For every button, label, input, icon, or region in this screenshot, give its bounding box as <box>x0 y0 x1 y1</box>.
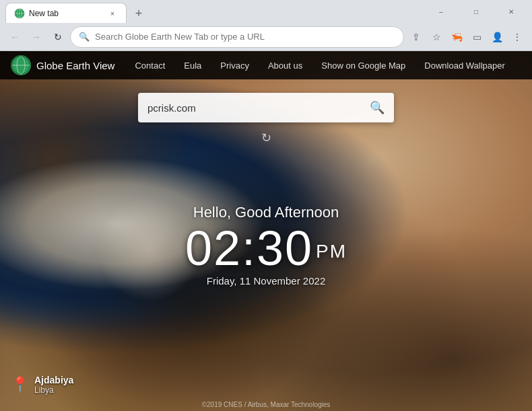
forward-button[interactable]: → <box>27 28 46 46</box>
nav-download-wallpaper[interactable]: Download Wallpaper <box>415 51 514 79</box>
new-tab-button[interactable]: + <box>129 4 148 23</box>
bookmark-button[interactable]: ☆ <box>427 28 446 46</box>
reload-button[interactable]: ↻ <box>48 28 67 46</box>
title-bar: New tab × + – □ ✕ <box>0 0 532 23</box>
minimize-icon: – <box>439 8 443 15</box>
location-country: Libya <box>34 385 73 395</box>
share-button[interactable]: ⇪ <box>407 28 426 46</box>
clock-display: 02:30PM <box>185 223 347 272</box>
active-tab[interactable]: New tab × <box>5 3 127 23</box>
window-controls: – □ ✕ <box>426 0 527 23</box>
clock-ampm: PM <box>316 241 347 262</box>
tab-strip-area: New tab × + <box>5 0 426 23</box>
tab-strip: New tab × + <box>5 0 426 23</box>
toolbar-actions: ⇪ ☆ 🦐 ▭ 👤 ⋮ <box>407 28 527 46</box>
address-bar[interactable]: 🔍 <box>70 26 404 48</box>
security-icon: 🔍 <box>79 32 90 42</box>
menu-button[interactable]: ⋮ <box>508 28 527 46</box>
search-input[interactable] <box>147 102 363 114</box>
clock-area: Hello, Good Afternoon 02:30PM Friday, 11… <box>185 203 347 286</box>
nav-google-map[interactable]: Show on Google Map <box>312 51 415 79</box>
search-icon[interactable]: 🔍 <box>370 100 385 115</box>
url-input[interactable] <box>95 32 395 42</box>
tab-favicon <box>14 8 25 19</box>
toolbar: ← → ↻ 🔍 ⇪ ☆ 🦐 ▭ 👤 ⋮ <box>0 23 532 51</box>
back-button[interactable]: ← <box>5 28 24 46</box>
close-icon: ✕ <box>508 8 514 15</box>
clock-time-value: 02:30 <box>185 221 313 274</box>
greeting-text: Hello, Good Afternoon <box>185 203 347 221</box>
extensions-button[interactable]: 🦐 <box>447 28 466 46</box>
nav-contact[interactable]: Contact <box>125 51 174 79</box>
page-nav-links: Contact Eula Privacy About us Show on Go… <box>125 51 514 79</box>
minimize-button[interactable]: – <box>426 0 457 23</box>
clock-date: Friday, 11 November 2022 <box>185 274 347 286</box>
location-city: Ajdabiya <box>34 375 73 385</box>
copyright-text: ©2019 CNES / Airbus, Maxar Technologies <box>202 401 331 408</box>
refresh-overlay-icon: ↻ <box>261 130 271 145</box>
profile-button[interactable]: 👤 <box>488 28 506 46</box>
nav-privacy[interactable]: Privacy <box>211 51 259 79</box>
location-badge: 📍 Ajdabiya Libya <box>11 375 73 395</box>
nav-eula[interactable]: Eula <box>174 51 211 79</box>
browser-chrome: New tab × + – □ ✕ ← → ↻ 🔍 ⇪ <box>0 0 532 411</box>
location-text: Ajdabiya Libya <box>34 375 73 395</box>
cast-button[interactable]: ▭ <box>467 28 486 46</box>
search-container: 🔍 <box>138 93 394 122</box>
location-pin-icon: 📍 <box>11 376 29 394</box>
page-logo: Globe Earth View <box>11 55 114 75</box>
nav-about[interactable]: About us <box>259 51 312 79</box>
logo-icon <box>11 55 31 75</box>
tab-title: New tab <box>29 9 59 18</box>
page-navbar: Globe Earth View Contact Eula Privacy Ab… <box>0 51 532 79</box>
close-button[interactable]: ✕ <box>496 0 527 23</box>
search-box: 🔍 <box>138 93 394 122</box>
tab-close-button[interactable]: × <box>107 8 118 19</box>
logo-text: Globe Earth View <box>36 60 114 71</box>
maximize-button[interactable]: □ <box>461 0 492 23</box>
maximize-icon: □ <box>474 8 478 15</box>
page-content: Globe Earth View Contact Eula Privacy Ab… <box>0 51 532 411</box>
